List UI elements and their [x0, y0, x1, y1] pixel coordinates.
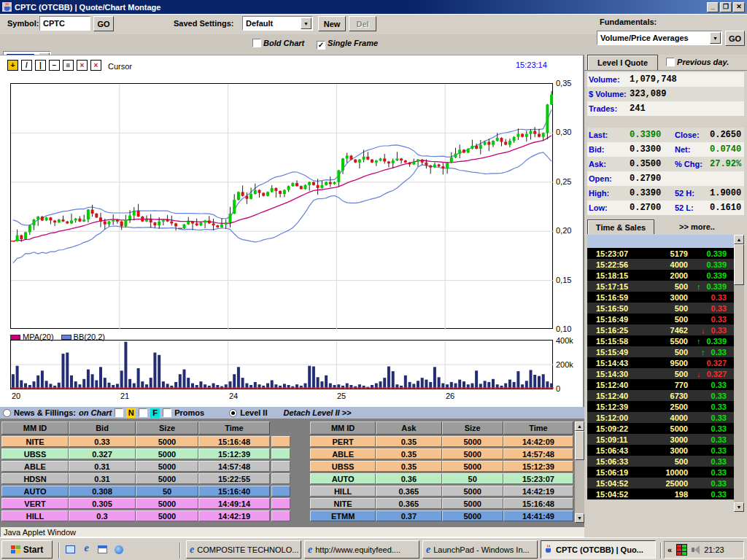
- ask-table-row[interactable]: PERT0.35500014:42:09: [310, 436, 573, 447]
- tns-row[interactable]: 15:06:19100000.33: [587, 467, 734, 478]
- detach-levelii-link[interactable]: Detach Level II >>: [283, 408, 351, 417]
- price-chart[interactable]: [10, 83, 553, 329]
- scrollbar-thumb[interactable]: [575, 431, 584, 460]
- horizontal-line-tool-icon[interactable]: −: [49, 60, 60, 71]
- restore-icon[interactable]: ❐: [720, 2, 732, 12]
- size-cell: 5000: [136, 498, 198, 509]
- single-frame-checkbox[interactable]: ✓ Single Frame: [317, 39, 378, 50]
- bid-table-row[interactable]: HILL0.3500014:42:19: [1, 510, 293, 521]
- symbol-input[interactable]: CPTC: [39, 16, 90, 31]
- tray-montage-icon[interactable]: [676, 544, 687, 556]
- trade-shares: 500: [640, 370, 688, 378]
- start-button[interactable]: Start: [1, 540, 53, 559]
- promos-checkbox[interactable]: [163, 408, 171, 417]
- ask-table-row[interactable]: AUTO0.365015:23:07: [310, 473, 573, 484]
- scroll-down-icon[interactable]: ▼: [575, 513, 584, 523]
- more-link[interactable]: >> more..: [679, 222, 715, 231]
- chevron-down-icon[interactable]: ▼: [301, 18, 311, 29]
- tns-row[interactable]: 15:12:407700.33: [587, 379, 734, 390]
- tns-row[interactable]: 15:06:335000.33: [587, 456, 734, 467]
- ask-table-row[interactable]: HILL0.365500014:42:19: [310, 486, 573, 497]
- previous-day-checkbox[interactable]: Previous day.: [666, 58, 729, 66]
- scroll-up-icon[interactable]: ▲: [734, 235, 744, 244]
- tns-row[interactable]: 15:16:257462↓0.33: [587, 324, 734, 335]
- tns-row[interactable]: 15:17:15500↑0.339: [587, 281, 734, 292]
- ask-table-row[interactable]: ABLE0.35500014:57:48: [310, 448, 573, 459]
- uptick-arrow-icon: ↑: [697, 282, 701, 291]
- tray-expand-icon[interactable]: «: [667, 545, 672, 554]
- tns-row[interactable]: 15:15:49500↑0.33: [587, 346, 734, 357]
- tns-row[interactable]: 15:15:585500↑0.339: [587, 335, 734, 346]
- quicklaunch-ie-icon[interactable]: e: [80, 542, 93, 554]
- close-icon[interactable]: ✕: [733, 2, 745, 12]
- tns-row[interactable]: 15:23:0751790.339: [587, 248, 734, 259]
- taskbar-task-button[interactable]: eCOMPOSITE TECHNOLO...: [186, 540, 301, 559]
- minimize-icon[interactable]: _: [707, 2, 719, 12]
- tns-row[interactable]: 15:12:0040000.33: [587, 412, 734, 423]
- scroll-down-icon[interactable]: ▼: [734, 502, 744, 512]
- levels-tool-icon[interactable]: ≡: [63, 60, 74, 71]
- tns-row[interactable]: 15:06:4330000.33: [587, 445, 734, 456]
- fundamentals-go-button[interactable]: GO: [725, 31, 745, 46]
- tns-row[interactable]: 15:04:52250000.33: [587, 478, 734, 489]
- tns-scrollbar[interactable]: ▲ ▼: [734, 235, 744, 512]
- tns-row[interactable]: 15:12:3925000.33: [587, 401, 734, 412]
- quicklaunch-window-icon[interactable]: [96, 543, 109, 556]
- tns-row[interactable]: 15:16:495000.33: [587, 314, 734, 324]
- delete-tool-icon[interactable]: ×: [77, 60, 88, 71]
- symbol-go-button[interactable]: GO: [93, 16, 114, 31]
- tns-row[interactable]: 15:09:2250000.33: [587, 423, 734, 434]
- del-button[interactable]: Del: [349, 16, 376, 31]
- news-f-checkbox[interactable]: [139, 408, 147, 417]
- bid-table-row[interactable]: HDSN0.31500015:22:55: [1, 473, 293, 484]
- ask-table-row[interactable]: UBSS0.35500015:12:39: [310, 461, 573, 472]
- time-cell: 14:42:09: [503, 436, 573, 447]
- fundamentals-dropdown[interactable]: Volume/Price Averages▼: [597, 31, 722, 45]
- tns-row[interactable]: 15:16:5930000.33: [587, 292, 734, 303]
- tns-row[interactable]: 15:12:4067300.33: [587, 390, 734, 401]
- quicklaunch-app-icon[interactable]: [64, 543, 77, 556]
- volume-chart[interactable]: [10, 340, 553, 389]
- levelii-scrollbar[interactable]: ▲ ▼: [575, 421, 584, 523]
- tns-row[interactable]: 15:22:5640000.339: [587, 259, 734, 270]
- scroll-up-icon[interactable]: ▲: [575, 421, 584, 431]
- window-titlebar[interactable]: CPTC (OTCBB) | Quote/Chart Montage _ ❐ ✕: [0, 0, 747, 14]
- news-fillings-radio[interactable]: [3, 409, 11, 417]
- quicklaunch-media-icon[interactable]: [112, 543, 125, 556]
- chevron-down-icon[interactable]: ▼: [710, 32, 721, 44]
- trendline-tool-icon[interactable]: /: [21, 60, 32, 71]
- tns-row[interactable]: 15:18:1520000.339: [587, 270, 734, 281]
- bid-table-row[interactable]: ABLE0.31500014:57:48: [1, 461, 293, 472]
- bold-chart-checkbox[interactable]: Bold Chart: [252, 39, 304, 47]
- ask-table-row[interactable]: ETMM0.37500014:41:49: [310, 510, 573, 521]
- bid-table-row[interactable]: AUTO0.3085015:16:40: [1, 486, 293, 497]
- taskbar-task-button[interactable]: ehttp://www.equityfeed....: [304, 540, 419, 559]
- tns-row[interactable]: 15:04:521980.33: [587, 489, 734, 499]
- scrollbar-thumb[interactable]: [734, 244, 744, 285]
- tns-row[interactable]: 15:09:1130000.33: [587, 434, 734, 445]
- tns-row[interactable]: 15:14:4395000.327: [587, 357, 734, 368]
- taskbar-task-button[interactable]: eLaunchPad - Windows In...: [422, 540, 538, 559]
- bid-table-row[interactable]: VERT0.305500014:49:14: [1, 498, 293, 509]
- extra-cell: [271, 486, 290, 497]
- quote-label: $ Volume:: [587, 90, 630, 98]
- crosshair-tool-icon[interactable]: +: [7, 60, 18, 71]
- saved-settings-dropdown[interactable]: Default▼: [242, 16, 313, 31]
- bid-table-row[interactable]: NITE0.33500015:16:48: [1, 436, 293, 447]
- quote-value: 0.2650: [710, 130, 741, 140]
- news-n-checkbox[interactable]: [115, 408, 123, 417]
- delete-all-tool-icon[interactable]: ×: [90, 60, 101, 71]
- tns-row[interactable]: 15:16:505000.33: [587, 303, 734, 314]
- vertical-line-tool-icon[interactable]: |: [35, 60, 46, 71]
- volume-speaker-icon[interactable]: [692, 545, 700, 554]
- levelii-radio[interactable]: [229, 409, 237, 417]
- bid-table-row[interactable]: UBSS0.327500015:12:39: [1, 448, 293, 459]
- tab-time-sales[interactable]: Time & Sales: [587, 219, 654, 234]
- ask-table-row[interactable]: NITE0.365500015:16:48: [310, 498, 573, 509]
- size-cell: 5000: [442, 510, 503, 521]
- trade-price: 0.327: [688, 359, 734, 368]
- new-button[interactable]: New: [318, 16, 346, 31]
- taskbar-task-button[interactable]: CPTC (OTCBB) | Quo...: [541, 540, 656, 559]
- tab-level1-quote[interactable]: Level I Quote: [587, 55, 658, 70]
- tns-row[interactable]: 15:14:30500↓0.327: [587, 368, 734, 379]
